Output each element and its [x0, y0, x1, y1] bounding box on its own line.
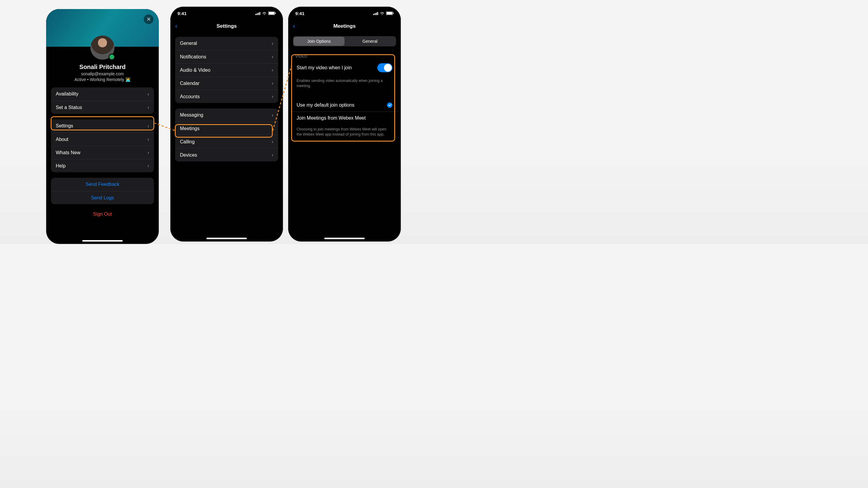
row-general[interactable]: General›: [175, 37, 278, 50]
row-calling[interactable]: Calling›: [175, 135, 278, 148]
signal-icon: [373, 11, 378, 16]
chevron-right-icon: ›: [272, 152, 273, 158]
identity-block: Sonali Pritchard sonalip@example.com Act…: [46, 64, 159, 82]
phone-profile: ✕ Sonali Pritchard sonalip@example.com A…: [46, 9, 159, 244]
phone-meetings: 9:41 ‹ Meetings Join Options General VID…: [288, 7, 401, 241]
row-audio-video[interactable]: Audio & Video›: [175, 63, 278, 76]
profile-group-3: Send Feedback Send Logs: [51, 178, 154, 204]
user-name: Sonali Pritchard: [46, 64, 159, 70]
start-video-description: Enables sending video automatically when…: [290, 76, 398, 89]
row-devices[interactable]: Devices›: [175, 148, 278, 161]
row-label: General: [180, 41, 197, 46]
svg-rect-0: [255, 14, 256, 15]
chevron-right-icon: ›: [272, 125, 273, 132]
row-calendar[interactable]: Calendar›: [175, 76, 278, 90]
user-status: Active • Working Remotely 🧑‍💻: [46, 77, 159, 82]
row-availability[interactable]: Availability ›: [51, 87, 154, 101]
row-send-feedback[interactable]: Send Feedback: [51, 178, 154, 191]
home-indicator[interactable]: [82, 240, 123, 241]
home-indicator[interactable]: [324, 238, 365, 239]
status-bar: 9:41: [170, 7, 283, 20]
svg-rect-10: [377, 12, 378, 15]
chevron-right-icon: ›: [272, 80, 273, 87]
chevron-right-icon: ›: [147, 123, 149, 129]
row-label: Calendar: [180, 81, 199, 86]
row-label: Whats New: [56, 150, 81, 156]
nav-title: Settings: [216, 23, 237, 29]
segmented-control[interactable]: Join Options General: [293, 36, 396, 46]
segment-join-options[interactable]: Join Options: [293, 37, 344, 46]
join-webex-description: Choosing to join meetings from Webex Mee…: [290, 124, 398, 137]
row-help[interactable]: Help ›: [51, 159, 154, 172]
row-label: Messaging: [180, 112, 203, 118]
user-email: sonalip@example.com: [46, 71, 159, 76]
row-label: Help: [56, 163, 66, 169]
svg-rect-1: [257, 13, 258, 15]
nav-bar: ‹ Meetings: [288, 20, 401, 33]
row-use-default[interactable]: Use my default join options: [290, 99, 398, 112]
checkmark-icon: [387, 102, 393, 108]
status-time: 9:41: [178, 11, 187, 16]
profile-group-2: Settings › About › Whats New › Help ›: [51, 119, 154, 172]
svg-rect-5: [269, 12, 275, 14]
sign-out-button[interactable]: Sign Out: [46, 212, 159, 217]
svg-rect-13: [393, 12, 394, 14]
profile-group-1: Availability › Set a Status ›: [51, 87, 154, 114]
settings-group-2: Messaging› Meetings› Calling› Devices›: [175, 108, 278, 161]
chevron-right-icon: ›: [147, 91, 149, 97]
wifi-icon: [262, 11, 267, 16]
chevron-right-icon: ›: [147, 136, 149, 142]
row-label: Send Feedback: [86, 182, 119, 187]
chevron-right-icon: ›: [272, 112, 273, 119]
svg-rect-2: [258, 13, 259, 15]
close-icon: ✕: [147, 16, 151, 23]
row-join-webex[interactable]: Join Meetings from Webex Meet: [290, 112, 398, 124]
battery-icon: [268, 11, 276, 16]
row-label: Start my video when I join: [297, 65, 352, 70]
segment-label: General: [363, 39, 378, 44]
toggle-start-video[interactable]: [377, 63, 393, 72]
chevron-right-icon: ›: [272, 54, 273, 60]
chevron-right-icon: ›: [147, 104, 149, 110]
row-messaging[interactable]: Messaging›: [175, 108, 278, 122]
row-settings[interactable]: Settings ›: [51, 119, 154, 133]
row-about[interactable]: About ›: [51, 133, 154, 146]
row-label: Send Logs: [91, 195, 114, 201]
chevron-right-icon: ›: [272, 67, 273, 73]
close-button[interactable]: ✕: [144, 14, 153, 24]
row-label: Join Meetings from Webex Meet: [297, 116, 366, 121]
row-send-logs[interactable]: Send Logs: [51, 191, 154, 204]
row-label: Meetings: [180, 126, 199, 131]
row-label: Notifications: [180, 54, 206, 60]
row-label: Set a Status: [56, 105, 82, 110]
battery-icon: [386, 11, 394, 16]
toggle-knob: [384, 64, 392, 72]
section-header-video: VIDEO: [296, 54, 394, 59]
home-indicator[interactable]: [207, 238, 247, 239]
row-set-status[interactable]: Set a Status ›: [51, 101, 154, 114]
signal-icon: [255, 11, 260, 16]
svg-rect-12: [387, 12, 393, 14]
segment-label: Join Options: [307, 39, 331, 44]
row-whats-new[interactable]: Whats New ›: [51, 146, 154, 159]
avatar[interactable]: [90, 36, 115, 60]
sign-out-label: Sign Out: [93, 212, 112, 217]
row-label: Devices: [180, 153, 197, 158]
row-accounts[interactable]: Accounts›: [175, 90, 278, 103]
chevron-right-icon: ›: [147, 163, 149, 169]
row-label: Availability: [56, 91, 79, 97]
row-label: Accounts: [180, 94, 200, 99]
chevron-right-icon: ›: [147, 150, 149, 156]
status-bar: 9:41: [288, 7, 401, 20]
presence-indicator: [108, 54, 115, 60]
row-start-video[interactable]: Start my video when I join: [290, 60, 398, 76]
segment-general[interactable]: General: [344, 37, 396, 46]
chevron-right-icon: ›: [272, 93, 273, 100]
row-notifications[interactable]: Notifications›: [175, 50, 278, 63]
chevron-right-icon: ›: [272, 138, 273, 145]
back-button[interactable]: ‹: [175, 22, 177, 30]
nav-bar: ‹ Settings: [170, 20, 283, 33]
row-meetings[interactable]: Meetings›: [175, 122, 278, 135]
row-label: About: [56, 137, 68, 142]
back-button[interactable]: ‹: [293, 22, 295, 30]
